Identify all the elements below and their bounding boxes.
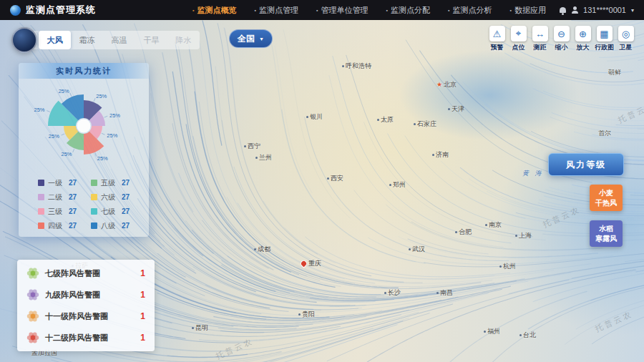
rose-percent-label: 25% xyxy=(97,155,108,162)
legend-swatch xyxy=(91,194,97,200)
city-dot-icon xyxy=(377,119,379,121)
city-label-南京: 南京 xyxy=(485,220,502,230)
measure-tool-button[interactable]: ↔测距 xyxy=(530,26,550,52)
alert-label: 十一级阵风告警圈 xyxy=(45,311,135,322)
city-dot-icon xyxy=(255,157,258,159)
wind-level-button[interactable]: 风力等级 xyxy=(548,153,624,176)
legend-value: 27 xyxy=(122,222,130,230)
nav-item-3[interactable]: ▪管理单位管理 xyxy=(316,5,368,16)
warning-tool-button[interactable]: ⚠预警 xyxy=(487,26,507,52)
city-label-武汉: 武汉 xyxy=(409,245,425,254)
rose-percent-label: 25% xyxy=(62,151,72,157)
alert-row-4[interactable]: 十二级阵风告警圈1 xyxy=(17,327,155,348)
legend-item-二级[interactable]: 二级27 xyxy=(38,192,77,202)
tool-label: 测距 xyxy=(534,43,547,52)
city-dot-icon xyxy=(448,108,450,110)
nav-item-4[interactable]: ▪监测点分配 xyxy=(386,5,429,16)
marker-icon: ⌖ xyxy=(511,26,527,41)
alert-label: 十二级阵风告警圈 xyxy=(45,333,135,343)
legend-label: 八级 xyxy=(101,221,118,231)
capital-star-icon: ★ xyxy=(436,82,442,88)
main-nav: ▪监测点概览▪监测点管理▪管理单位管理▪监测点分配▪监测点分析▪数据应用 xyxy=(192,5,546,16)
satellite-tool-button[interactable]: ◎卫星 xyxy=(616,26,635,52)
nav-item-icon: ▪ xyxy=(448,8,449,13)
nav-item-5[interactable]: ▪监测点分析 xyxy=(448,5,492,16)
weather-tab-3[interactable]: 高温 xyxy=(103,31,135,49)
nav-item-1[interactable]: ▪监测点概览 xyxy=(192,5,236,16)
zoom-out-tool-button[interactable]: ⊖缩小 xyxy=(552,26,571,52)
nav-item-label: 监测点分析 xyxy=(452,5,492,16)
alert-row-3[interactable]: 十一级阵风告警圈1 xyxy=(17,305,155,327)
admin-map-tool-button[interactable]: ▦行政图 xyxy=(595,26,614,52)
user-account[interactable]: 131****0001 xyxy=(583,6,626,14)
legend-item-八级[interactable]: 八级27 xyxy=(91,220,130,231)
map-canvas[interactable]: 呼和浩特★北京天津银川太原石家庄济南西宁兰州西安郑州合肥南京上海武汉杭州成都重庆… xyxy=(0,20,644,362)
weather-tab-2[interactable]: 霜冻 xyxy=(71,31,103,49)
weather-orb-icon[interactable] xyxy=(11,27,37,53)
city-label-贵阳: 贵阳 xyxy=(298,310,315,319)
tool-label: 缩小 xyxy=(555,43,568,52)
nav-item-icon: ▪ xyxy=(386,8,387,13)
alert-row-1[interactable]: 七级阵风告警圈1 xyxy=(17,263,155,284)
legend-swatch xyxy=(38,222,44,229)
warning-icon: ⚠ xyxy=(489,26,505,41)
nav-item-6[interactable]: ▪数据应用 xyxy=(509,5,545,16)
badge-line: 水稻 xyxy=(591,224,621,234)
nav-item-label: 管理单位管理 xyxy=(321,5,368,16)
city-name: 北京 xyxy=(444,80,457,89)
legend-label: 三级 xyxy=(48,207,65,217)
alert-row-2[interactable]: 九级阵风告警圈1 xyxy=(17,284,155,305)
chart-legend: 一级27二级27三级27四级27五级27六级27七级27八级27 xyxy=(19,177,149,231)
tool-label: 放大 xyxy=(577,43,590,52)
city-dot-icon xyxy=(254,248,256,250)
rose-percent-label: 25% xyxy=(107,132,117,139)
marker-tool-button[interactable]: ⌖点位 xyxy=(509,26,528,52)
notification-bell-icon[interactable] xyxy=(560,7,566,13)
rose-label-line xyxy=(62,134,65,135)
rice-cold-dew-wind-badge[interactable]: 水稻寒露风 xyxy=(590,220,623,247)
legend-swatch xyxy=(91,180,97,186)
nav-item-icon: ▪ xyxy=(192,8,194,13)
city-label-济南: 济南 xyxy=(432,150,449,160)
city-name: 石家庄 xyxy=(417,119,436,129)
watermark-text: 托普云农 xyxy=(541,204,582,230)
rose-percent-label: 25% xyxy=(59,88,69,94)
tool-label: 行政图 xyxy=(595,43,614,52)
legend-label: 二级 xyxy=(48,192,65,202)
legend-value: 27 xyxy=(122,179,130,187)
topbar: 监测点管理系统 ▪监测点概览▪监测点管理▪管理单位管理▪监测点分配▪监测点分析▪… xyxy=(0,0,644,20)
wheat-dry-hot-wind-badge[interactable]: 小麦干热风 xyxy=(590,185,623,211)
rose-percent-label: 25% xyxy=(109,112,120,119)
legend-item-七级[interactable]: 七级27 xyxy=(91,206,130,217)
city-label-重庆: 重庆 xyxy=(301,259,321,268)
legend-item-六级[interactable]: 六级27 xyxy=(91,192,130,202)
alert-count: 1 xyxy=(140,311,145,321)
nav-item-2[interactable]: ▪监测点管理 xyxy=(254,5,298,16)
gust-alert-icon xyxy=(26,310,39,323)
legend-item-三级[interactable]: 三级27 xyxy=(38,206,77,217)
legend-value: 27 xyxy=(69,179,77,187)
city-name: 贵阳 xyxy=(302,310,315,319)
city-name: 太原 xyxy=(381,115,394,124)
city-name: 郑州 xyxy=(393,180,406,190)
legend-item-一级[interactable]: 一级27 xyxy=(38,177,77,188)
rose-label-line xyxy=(104,116,108,117)
legend-item-五级[interactable]: 五级27 xyxy=(91,177,130,188)
gust-alert-icon xyxy=(26,288,39,301)
nav-item-label: 监测点概览 xyxy=(197,5,236,16)
legend-item-四级[interactable]: 四级27 xyxy=(38,220,77,231)
weather-tab-1[interactable]: 大风 xyxy=(39,31,71,49)
alert-count: 1 xyxy=(140,290,145,300)
zoom-in-tool-button[interactable]: ⊕放大 xyxy=(573,26,592,52)
city-dot-icon xyxy=(244,145,246,147)
city-label-昆明: 昆明 xyxy=(192,323,208,333)
legend-swatch xyxy=(38,208,44,215)
region-select[interactable]: 全国 ▼ xyxy=(229,29,273,48)
weather-tab-4[interactable]: 干旱 xyxy=(135,31,167,49)
city-name: 南昌 xyxy=(440,288,453,298)
city-dot-icon xyxy=(436,292,439,294)
legend-value: 27 xyxy=(122,193,130,201)
user-caret-icon[interactable]: ▾ xyxy=(631,7,634,14)
weather-tab-5[interactable]: 降水 xyxy=(167,31,200,49)
city-label-天津: 天津 xyxy=(448,104,464,114)
